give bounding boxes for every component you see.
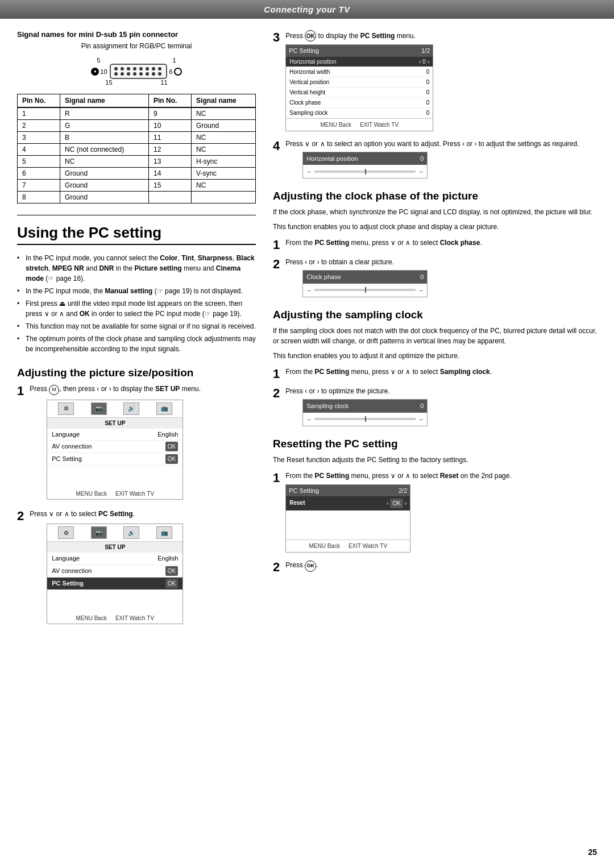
- slider-track: [314, 289, 416, 291]
- conn-num-6: 6: [169, 68, 173, 75]
- row-value: 0: [426, 78, 430, 86]
- row-label: Vertical height: [289, 88, 325, 97]
- reset-title-bar: PC Setting 2/2: [286, 485, 410, 497]
- menu-row-av: AV connection OK: [47, 441, 182, 453]
- sig2: NC: [192, 180, 256, 192]
- sampling-step-1-content: From the PC Setting menu, press ∨ or ∧ t…: [285, 367, 597, 377]
- slider-indicator: [365, 169, 366, 175]
- sig2: Ground: [192, 120, 256, 132]
- slider-indicator: [365, 416, 366, 422]
- step-2-content: Press ∨ or ∧ to select PC Setting. ⚙ 📷 🔊…: [30, 509, 256, 629]
- col-header-sig1: Signal name: [60, 94, 149, 108]
- menu-footer-2: MENU Back EXIT Watch TV: [47, 613, 182, 624]
- sampling-clock-slider: Sampling clock 0 ← →: [302, 399, 428, 426]
- menu-label: AV connection: [52, 566, 92, 576]
- sampling-clock-title: Adjusting the sampling clock: [273, 309, 597, 321]
- sampling-desc1: If the sampling clock does not match wit…: [273, 326, 597, 346]
- menu-icon-2b: 📷: [91, 526, 107, 539]
- slider-indicator: [365, 287, 366, 293]
- arrow: ‹: [387, 499, 388, 508]
- row-value: 0: [426, 88, 430, 97]
- pin-assignment-label: Pin assignment for RGB/PC terminal: [17, 42, 256, 50]
- row-label: Clock phase: [289, 98, 321, 107]
- slider-value: 0: [420, 272, 424, 282]
- slider-right-arrow: →: [418, 286, 424, 294]
- pin2: 11: [148, 132, 191, 144]
- pin2: 10: [148, 120, 191, 132]
- sig1: B: [60, 132, 149, 144]
- step-1-number: 1: [17, 384, 24, 398]
- clock-step-1-content: From the PC Setting menu, press ∨ or ∧ t…: [285, 238, 597, 248]
- footer-watch: EXIT Watch TV: [115, 489, 154, 498]
- reset-row: Reset ‹ OK ›: [286, 496, 410, 511]
- slider-header: Sampling clock 0: [303, 400, 427, 413]
- menu-value: English: [157, 430, 178, 439]
- menu-icon-1b: ⚙: [58, 526, 74, 539]
- list-item: In the PC input mode, the Manual setting…: [17, 285, 256, 297]
- table-row: 5 NC 13 H-sync: [18, 156, 256, 168]
- sampling-step-2-content: Press ‹ or › to optimize the picture. Sa…: [285, 386, 597, 429]
- ok-button-icon-2: OK: [305, 560, 316, 572]
- ok-badge: OK: [165, 579, 178, 588]
- conn-circle-filled: ●: [91, 68, 99, 76]
- sig1: NC (not connected): [60, 144, 149, 156]
- menu-row-language-2: Language English: [47, 553, 182, 565]
- ok-badge: OK: [390, 499, 403, 508]
- menu-icon-3: 🔊: [123, 402, 139, 415]
- pin1: 8: [18, 192, 60, 203]
- row-label: Horizontal position: [289, 57, 336, 66]
- step-4-content: Press ∨ or ∧ to select an option you wan…: [285, 139, 597, 182]
- reset-step-1-row: 1 From the PC Setting menu, press ∨ or ∧…: [273, 471, 597, 556]
- conn-num-15: 15: [105, 79, 112, 86]
- menu-label: PC Setting: [52, 579, 84, 588]
- slider-bar-row: ← →: [303, 413, 427, 426]
- clock-step-2-content: Press ‹ or › to obtain a clear picture. …: [285, 257, 597, 300]
- step-3-number: 3: [273, 30, 280, 45]
- list-item: The optimum points of the clock phase an…: [17, 333, 256, 355]
- conn-num-11: 11: [160, 79, 167, 86]
- right-column: 3 Press OK to display the PC Setting men…: [273, 30, 597, 633]
- step-4-row: 4 Press ∨ or ∧ to select an option you w…: [273, 139, 597, 182]
- menu-icon-3b: 🔊: [123, 526, 139, 539]
- row-value: 0: [426, 98, 430, 107]
- pin1: 5: [18, 156, 60, 168]
- pin2: 9: [148, 107, 191, 120]
- sampling-desc2: This function enables you to adjust it a…: [273, 351, 597, 361]
- sig2: NC: [192, 132, 256, 144]
- pin2: 14: [148, 168, 191, 180]
- reset-step-1-content: From the PC Setting menu, press ∨ or ∧ t…: [285, 471, 597, 556]
- slider-label: Horizontal position: [306, 154, 358, 164]
- setup-label: SET UP: [47, 418, 182, 429]
- step-3-row: 3 Press OK to display the PC Setting men…: [273, 30, 597, 134]
- step-3-content: Press OK to display the PC Setting menu.…: [285, 30, 597, 134]
- slider-left-arrow: ←: [306, 415, 312, 423]
- pin2: [148, 192, 191, 203]
- pc-setting-title: PC Setting: [289, 46, 319, 56]
- table-row: 7 Ground 15 NC: [18, 180, 256, 192]
- slider-label: Sampling clock: [306, 401, 349, 411]
- table-row: 2 G 10 Ground: [18, 120, 256, 132]
- row-label: Horizontal width: [289, 68, 330, 76]
- pin-table: Pin No. Signal name Pin No. Signal name …: [17, 94, 256, 203]
- footer-back: MENU Back: [76, 614, 106, 622]
- menu-label: AV connection: [52, 442, 92, 451]
- clock-step-2-number: 2: [273, 257, 280, 272]
- sig1: G: [60, 120, 149, 132]
- table-row: 6 Ground 14 V-sync: [18, 168, 256, 180]
- pc-setting-row-hwidth: Horizontal width 0: [286, 67, 433, 77]
- arrow: ›: [405, 499, 406, 508]
- left-column: Signal names for mini D-sub 15 pin conne…: [17, 30, 256, 633]
- footer-watch: EXIT Watch TV: [349, 542, 387, 550]
- list-item: In the PC input mode, you cannot select …: [17, 252, 256, 285]
- sampling-step-2-number: 2: [273, 386, 280, 401]
- step-2-number: 2: [17, 509, 24, 524]
- pin1: 3: [18, 132, 60, 144]
- menu-footer-1: MENU Back EXIT Watch TV: [47, 488, 182, 499]
- reset-step-2-row: 2 Press OK.: [273, 560, 597, 575]
- slider-bar-row: ← →: [303, 165, 427, 178]
- resetting-desc: The Reset function adjusts the PC Settin…: [273, 455, 597, 465]
- menu-icon-2: 📷: [91, 402, 107, 415]
- sampling-step-1-number: 1: [273, 367, 280, 381]
- sig2: V-sync: [192, 168, 256, 180]
- sampling-step-1-row: 1 From the PC Setting menu, press ∨ or ∧…: [273, 367, 597, 381]
